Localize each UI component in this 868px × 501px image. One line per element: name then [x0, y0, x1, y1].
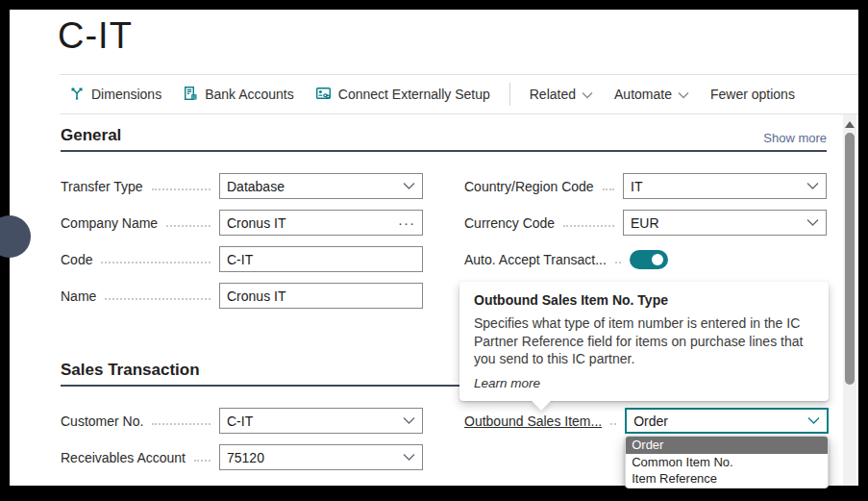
currency-code-combobox[interactable]: EUR [623, 210, 827, 236]
assist-edit-icon[interactable]: ··· [398, 218, 415, 228]
page-title: C-IT [58, 15, 133, 57]
field-tooltip: Outbound Sales Item No. Type Specifies w… [459, 282, 829, 401]
customer-no-label: Customer No. [61, 413, 143, 429]
chevron-down-icon[interactable] [403, 453, 415, 462]
learn-more-link[interactable]: Learn more [474, 376, 540, 390]
scroll-up-arrow[interactable] [845, 121, 855, 128]
scrollbar-thumb[interactable] [845, 133, 855, 385]
auto-accept-toggle[interactable] [630, 250, 668, 269]
automate-label: Automate [614, 87, 672, 102]
customer-no-combobox[interactable]: C-IT [219, 408, 423, 434]
dotted-leader [615, 250, 621, 263]
chevron-down-icon[interactable] [403, 416, 415, 425]
general-left-column: Transfer Type Database Company Name [61, 173, 423, 319]
company-name-input[interactable]: Cronus IT ··· [219, 210, 423, 236]
customer-no-field: Customer No. C-IT [61, 408, 423, 434]
chevron-down-icon[interactable] [806, 218, 819, 227]
country-region-code-combobox[interactable]: IT [623, 173, 827, 199]
related-label: Related [530, 87, 576, 102]
dotted-leader [610, 412, 616, 425]
dimensions-icon [69, 86, 85, 104]
show-more-link[interactable]: Show more [763, 131, 827, 145]
dropdown-option-common-item-no[interactable]: Common Item No. [626, 454, 828, 471]
chevron-down-icon [678, 87, 689, 102]
main-content: C-IT Dimensions [10, 10, 858, 486]
receivables-account-field: Receivables Account 75120 [61, 444, 423, 470]
dimensions-label: Dimensions [91, 87, 161, 102]
dotted-leader [152, 412, 211, 425]
transfer-type-label: Transfer Type [61, 179, 143, 194]
toggle-knob [652, 254, 663, 265]
connect-externally-icon [315, 86, 332, 104]
dimensions-button[interactable]: Dimensions [60, 82, 171, 108]
fewer-options-button[interactable]: Fewer options [701, 83, 805, 106]
name-input[interactable]: Cronus IT [219, 283, 423, 309]
outbound-sales-item-type-label[interactable]: Outbound Sales Item... [464, 413, 602, 429]
dotted-leader [194, 448, 211, 462]
code-input[interactable]: C-IT [219, 246, 423, 272]
country-region-code-label: Country/Region Code [464, 179, 594, 194]
transfer-type-field: Transfer Type Database [61, 173, 423, 199]
bank-accounts-icon [183, 86, 198, 104]
transfer-type-combobox[interactable]: Database [219, 173, 423, 199]
chevron-down-icon[interactable] [806, 182, 819, 190]
outbound-type-dropdown: Order Common Item No. Item Reference [625, 436, 829, 488]
automate-menu[interactable]: Automate [605, 83, 699, 106]
currency-code-label: Currency Code [464, 215, 555, 231]
sales-left-column: Customer No. C-IT Receivables Account [61, 408, 423, 481]
chevron-down-icon[interactable] [807, 416, 820, 425]
connect-externally-setup-label: Connect Externally Setup [338, 87, 490, 102]
auto-accept-transactions-label: Auto. Accept Transact... [464, 252, 607, 267]
name-field: Name Cronus IT [61, 283, 423, 309]
bank-accounts-label: Bank Accounts [205, 87, 294, 102]
company-name-field: Company Name Cronus IT ··· [61, 210, 423, 236]
name-label: Name [61, 288, 96, 304]
dropdown-option-order[interactable]: Order [626, 437, 828, 454]
toolbar-divider [509, 83, 510, 106]
sales-transaction-section-title: Sales Transaction [61, 361, 200, 380]
dotted-leader [603, 177, 614, 190]
dotted-leader [105, 287, 211, 300]
bank-accounts-button[interactable]: Bank Accounts [173, 82, 304, 108]
auto-accept-transactions-field: Auto. Accept Transact... [464, 246, 827, 272]
outbound-sales-item-type-field: Outbound Sales Item... Order [464, 408, 827, 434]
tooltip-title: Outbound Sales Item No. Type [474, 292, 814, 308]
dotted-leader [152, 177, 211, 190]
code-field: Code C-IT [61, 246, 423, 272]
fewer-options-label: Fewer options [710, 87, 795, 102]
receivables-account-combobox[interactable]: 75120 [219, 444, 423, 470]
company-name-label: Company Name [61, 215, 158, 231]
app-window: C-IT Dimensions [0, 0, 868, 501]
toolbar-bottom-divider [60, 113, 858, 114]
chevron-down-icon[interactable] [403, 182, 415, 190]
country-region-code-field: Country/Region Code IT [464, 173, 827, 199]
connect-externally-setup-button[interactable]: Connect Externally Setup [306, 82, 500, 108]
dotted-leader [101, 250, 211, 263]
dotted-leader [563, 213, 614, 227]
dotted-leader [166, 213, 211, 227]
related-menu[interactable]: Related [520, 83, 603, 106]
action-bar: Dimensions Bank Accounts [60, 75, 858, 113]
code-label: Code [61, 252, 92, 267]
scrollbar[interactable] [843, 114, 856, 486]
general-section-rule [61, 150, 827, 152]
dropdown-option-item-reference[interactable]: Item Reference [626, 470, 828, 488]
general-section-title: General [61, 126, 121, 145]
currency-code-field: Currency Code EUR [464, 210, 827, 236]
tooltip-body: Specifies what type of item number is en… [474, 314, 814, 368]
chevron-down-icon [582, 87, 593, 102]
receivables-account-label: Receivables Account [61, 450, 186, 465]
outbound-sales-item-type-combobox[interactable]: Order [625, 408, 829, 434]
sales-right-column: Outbound Sales Item... Order [464, 408, 827, 481]
